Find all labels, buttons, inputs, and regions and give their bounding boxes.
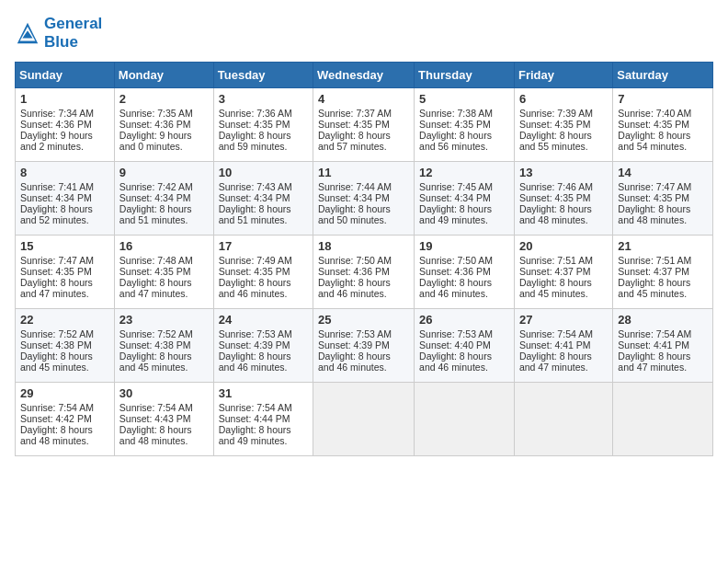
logo-text: General Blue <box>44 15 102 52</box>
col-monday: Monday <box>114 62 213 87</box>
sunset-3: Sunset: 4:35 PM <box>219 119 290 130</box>
daylight-17: Daylight: 8 hours and 46 minutes. <box>219 277 291 299</box>
day-number-24: 24 <box>219 313 308 327</box>
day-number-5: 5 <box>419 92 509 106</box>
sunrise-9: Sunrise: 7:42 AM <box>119 181 193 192</box>
col-saturday: Saturday <box>613 62 713 87</box>
day-cell-24: 24 Sunrise: 7:53 AM Sunset: 4:39 PM Dayl… <box>213 308 313 382</box>
day-cell-31: 31 Sunrise: 7:54 AM Sunset: 4:44 PM Dayl… <box>213 382 313 455</box>
sunset-12: Sunset: 4:34 PM <box>419 192 491 203</box>
sunrise-23: Sunrise: 7:52 AM <box>119 328 193 339</box>
day-number-9: 9 <box>119 166 209 179</box>
sunset-15: Sunset: 4:35 PM <box>20 266 92 277</box>
day-number-13: 13 <box>519 166 608 179</box>
week-row-1: 1 Sunrise: 7:34 AM Sunset: 4:36 PM Dayli… <box>16 87 713 161</box>
sunrise-3: Sunrise: 7:36 AM <box>219 108 292 119</box>
daylight-5: Daylight: 8 hours and 56 minutes. <box>419 130 492 152</box>
daylight-24: Daylight: 8 hours and 46 minutes. <box>219 350 291 373</box>
daylight-2: Daylight: 9 hours and 0 minutes. <box>119 130 192 152</box>
day-cell-9: 9 Sunrise: 7:42 AM Sunset: 4:34 PM Dayli… <box>114 161 213 235</box>
sunset-22: Sunset: 4:38 PM <box>20 339 92 350</box>
day-cell-10: 10 Sunrise: 7:43 AM Sunset: 4:34 PM Dayl… <box>213 161 313 235</box>
sunrise-4: Sunrise: 7:37 AM <box>318 108 392 119</box>
sunset-26: Sunset: 4:40 PM <box>419 339 491 350</box>
daylight-19: Daylight: 8 hours and 46 minutes. <box>419 277 492 299</box>
day-number-2: 2 <box>119 92 209 106</box>
sunrise-7: Sunrise: 7:40 AM <box>618 108 691 119</box>
sunset-16: Sunset: 4:35 PM <box>119 266 191 277</box>
sunset-31: Sunset: 4:44 PM <box>219 413 290 424</box>
sunrise-16: Sunrise: 7:48 AM <box>119 255 193 266</box>
day-cell-18: 18 Sunrise: 7:50 AM Sunset: 4:36 PM Dayl… <box>313 235 415 308</box>
daylight-16: Daylight: 8 hours and 47 minutes. <box>119 277 192 299</box>
daylight-11: Daylight: 8 hours and 50 minutes. <box>318 203 391 225</box>
sunrise-1: Sunrise: 7:34 AM <box>20 108 94 119</box>
day-number-16: 16 <box>119 239 209 253</box>
day-cell-6: 6 Sunrise: 7:39 AM Sunset: 4:35 PM Dayli… <box>514 87 612 161</box>
sunset-11: Sunset: 4:34 PM <box>318 192 390 203</box>
empty-cell <box>613 382 713 455</box>
day-number-20: 20 <box>519 239 608 253</box>
day-number-25: 25 <box>318 313 409 327</box>
daylight-4: Daylight: 8 hours and 57 minutes. <box>318 130 391 152</box>
sunrise-28: Sunrise: 7:54 AM <box>618 328 691 339</box>
sunset-5: Sunset: 4:35 PM <box>419 119 491 130</box>
sunrise-25: Sunrise: 7:53 AM <box>318 328 392 339</box>
sunrise-26: Sunrise: 7:53 AM <box>419 328 493 339</box>
day-cell-20: 20 Sunrise: 7:51 AM Sunset: 4:37 PM Dayl… <box>514 235 612 308</box>
day-cell-30: 30 Sunrise: 7:54 AM Sunset: 4:43 PM Dayl… <box>114 382 213 455</box>
day-number-26: 26 <box>419 313 509 327</box>
sunset-21: Sunset: 4:37 PM <box>618 266 689 277</box>
day-cell-7: 7 Sunrise: 7:40 AM Sunset: 4:35 PM Dayli… <box>613 87 713 161</box>
daylight-7: Daylight: 8 hours and 54 minutes. <box>618 130 690 152</box>
sunset-14: Sunset: 4:35 PM <box>618 192 689 203</box>
day-cell-26: 26 Sunrise: 7:53 AM Sunset: 4:40 PM Dayl… <box>415 308 515 382</box>
day-number-14: 14 <box>618 166 708 179</box>
logo: General Blue <box>15 15 102 52</box>
sunrise-24: Sunrise: 7:53 AM <box>219 328 292 339</box>
day-cell-28: 28 Sunrise: 7:54 AM Sunset: 4:41 PM Dayl… <box>613 308 713 382</box>
day-cell-5: 5 Sunrise: 7:38 AM Sunset: 4:35 PM Dayli… <box>415 87 515 161</box>
day-number-22: 22 <box>20 313 109 327</box>
week-row-2: 8 Sunrise: 7:41 AM Sunset: 4:34 PM Dayli… <box>16 161 713 235</box>
day-cell-13: 13 Sunrise: 7:46 AM Sunset: 4:35 PM Dayl… <box>514 161 612 235</box>
day-cell-16: 16 Sunrise: 7:48 AM Sunset: 4:35 PM Dayl… <box>114 235 213 308</box>
calendar-table: Sunday Monday Tuesday Wednesday Thursday… <box>15 62 713 456</box>
day-cell-22: 22 Sunrise: 7:52 AM Sunset: 4:38 PM Dayl… <box>16 308 115 382</box>
sunset-19: Sunset: 4:36 PM <box>419 266 491 277</box>
sunrise-5: Sunrise: 7:38 AM <box>419 108 493 119</box>
col-wednesday: Wednesday <box>313 62 415 87</box>
sunset-13: Sunset: 4:35 PM <box>519 192 591 203</box>
daylight-31: Daylight: 8 hours and 49 minutes. <box>219 424 291 446</box>
sunset-20: Sunset: 4:37 PM <box>519 266 591 277</box>
daylight-22: Daylight: 8 hours and 45 minutes. <box>20 350 93 373</box>
day-cell-27: 27 Sunrise: 7:54 AM Sunset: 4:41 PM Dayl… <box>514 308 612 382</box>
sunset-29: Sunset: 4:42 PM <box>20 413 92 424</box>
day-number-10: 10 <box>219 166 308 179</box>
col-sunday: Sunday <box>16 62 115 87</box>
day-cell-23: 23 Sunrise: 7:52 AM Sunset: 4:38 PM Dayl… <box>114 308 213 382</box>
sunrise-22: Sunrise: 7:52 AM <box>20 328 94 339</box>
day-number-12: 12 <box>419 166 509 179</box>
sunset-2: Sunset: 4:36 PM <box>119 119 191 130</box>
day-cell-8: 8 Sunrise: 7:41 AM Sunset: 4:34 PM Dayli… <box>16 161 115 235</box>
sunset-28: Sunset: 4:41 PM <box>618 339 689 350</box>
day-cell-21: 21 Sunrise: 7:51 AM Sunset: 4:37 PM Dayl… <box>613 235 713 308</box>
day-number-28: 28 <box>618 313 708 327</box>
week-row-4: 22 Sunrise: 7:52 AM Sunset: 4:38 PM Dayl… <box>16 308 713 382</box>
day-number-7: 7 <box>618 92 708 106</box>
day-cell-19: 19 Sunrise: 7:50 AM Sunset: 4:36 PM Dayl… <box>415 235 515 308</box>
week-row-3: 15 Sunrise: 7:47 AM Sunset: 4:35 PM Dayl… <box>16 235 713 308</box>
sunset-9: Sunset: 4:34 PM <box>119 192 191 203</box>
col-tuesday: Tuesday <box>213 62 313 87</box>
sunrise-17: Sunrise: 7:49 AM <box>219 255 292 266</box>
daylight-10: Daylight: 8 hours and 51 minutes. <box>219 203 291 225</box>
day-cell-11: 11 Sunrise: 7:44 AM Sunset: 4:34 PM Dayl… <box>313 161 415 235</box>
day-cell-25: 25 Sunrise: 7:53 AM Sunset: 4:39 PM Dayl… <box>313 308 415 382</box>
daylight-20: Daylight: 8 hours and 45 minutes. <box>519 277 592 299</box>
day-number-31: 31 <box>219 386 308 400</box>
day-number-18: 18 <box>318 239 409 253</box>
sunrise-8: Sunrise: 7:41 AM <box>20 181 94 192</box>
day-cell-17: 17 Sunrise: 7:49 AM Sunset: 4:35 PM Dayl… <box>213 235 313 308</box>
daylight-18: Daylight: 8 hours and 46 minutes. <box>318 277 391 299</box>
